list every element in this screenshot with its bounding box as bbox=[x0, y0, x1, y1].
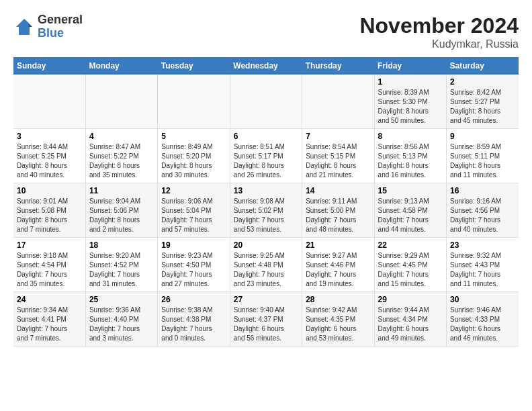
day-cell: 1Sunrise: 8:39 AM Sunset: 5:30 PM Daylig… bbox=[374, 75, 446, 129]
day-number: 20 bbox=[234, 240, 298, 250]
day-number: 5 bbox=[161, 132, 226, 141]
day-number: 15 bbox=[378, 186, 443, 195]
week-row-3: 10Sunrise: 9:01 AM Sunset: 5:08 PM Dayli… bbox=[13, 183, 519, 238]
day-cell: 7Sunrise: 8:54 AM Sunset: 5:15 PM Daylig… bbox=[302, 129, 374, 183]
month-title: November 2024 bbox=[359, 13, 519, 38]
week-row-1: 1Sunrise: 8:39 AM Sunset: 5:30 PM Daylig… bbox=[13, 75, 519, 129]
day-cell: 4Sunrise: 8:47 AM Sunset: 5:22 PM Daylig… bbox=[85, 129, 157, 183]
day-number: 29 bbox=[378, 295, 443, 304]
day-number: 25 bbox=[89, 295, 154, 304]
day-cell: 22Sunrise: 9:29 AM Sunset: 4:45 PM Dayli… bbox=[374, 238, 446, 292]
column-header-wednesday: Wednesday bbox=[230, 57, 302, 75]
day-info: Sunrise: 9:04 AM Sunset: 5:06 PM Dayligh… bbox=[89, 197, 154, 234]
day-info: Sunrise: 9:20 AM Sunset: 4:52 PM Dayligh… bbox=[89, 251, 154, 289]
day-info: Sunrise: 9:25 AM Sunset: 4:48 PM Dayligh… bbox=[234, 251, 298, 289]
day-number: 27 bbox=[234, 295, 298, 304]
day-info: Sunrise: 8:39 AM Sunset: 5:30 PM Dayligh… bbox=[378, 88, 443, 126]
week-row-2: 3Sunrise: 8:44 AM Sunset: 5:25 PM Daylig… bbox=[13, 129, 519, 183]
day-cell: 23Sunrise: 9:32 AM Sunset: 4:43 PM Dayli… bbox=[447, 238, 519, 292]
day-cell: 13Sunrise: 9:08 AM Sunset: 5:02 PM Dayli… bbox=[230, 183, 302, 238]
day-info: Sunrise: 9:40 AM Sunset: 4:37 PM Dayligh… bbox=[234, 306, 298, 343]
column-header-sunday: Sunday bbox=[13, 57, 85, 75]
day-info: Sunrise: 9:46 AM Sunset: 4:33 PM Dayligh… bbox=[450, 306, 515, 343]
day-cell bbox=[13, 75, 85, 129]
day-number: 12 bbox=[161, 186, 226, 195]
day-info: Sunrise: 8:47 AM Sunset: 5:22 PM Dayligh… bbox=[89, 142, 154, 180]
day-cell: 26Sunrise: 9:38 AM Sunset: 4:38 PM Dayli… bbox=[158, 292, 230, 347]
day-number: 21 bbox=[306, 240, 370, 250]
day-number: 6 bbox=[234, 132, 298, 141]
day-info: Sunrise: 9:38 AM Sunset: 4:38 PM Dayligh… bbox=[161, 306, 226, 343]
day-number: 23 bbox=[450, 240, 515, 250]
day-info: Sunrise: 8:59 AM Sunset: 5:11 PM Dayligh… bbox=[450, 142, 515, 180]
day-cell: 2Sunrise: 8:42 AM Sunset: 5:27 PM Daylig… bbox=[447, 75, 519, 129]
day-info: Sunrise: 8:56 AM Sunset: 5:13 PM Dayligh… bbox=[378, 142, 443, 180]
day-number: 4 bbox=[89, 132, 154, 141]
day-cell: 5Sunrise: 8:49 AM Sunset: 5:20 PM Daylig… bbox=[158, 129, 230, 183]
column-header-friday: Friday bbox=[374, 57, 446, 75]
day-info: Sunrise: 9:01 AM Sunset: 5:08 PM Dayligh… bbox=[17, 197, 82, 234]
day-cell: 28Sunrise: 9:42 AM Sunset: 4:35 PM Dayli… bbox=[302, 292, 374, 347]
day-info: Sunrise: 9:11 AM Sunset: 5:00 PM Dayligh… bbox=[306, 197, 370, 234]
day-number: 10 bbox=[17, 186, 82, 195]
title-block: November 2024 Kudymkar, Russia bbox=[359, 13, 519, 50]
day-info: Sunrise: 9:27 AM Sunset: 4:46 PM Dayligh… bbox=[306, 251, 370, 289]
day-cell: 16Sunrise: 9:16 AM Sunset: 4:56 PM Dayli… bbox=[447, 183, 519, 238]
day-cell: 19Sunrise: 9:23 AM Sunset: 4:50 PM Dayli… bbox=[158, 238, 230, 292]
day-number: 13 bbox=[234, 186, 298, 195]
day-number: 3 bbox=[17, 132, 82, 141]
day-info: Sunrise: 9:16 AM Sunset: 4:56 PM Dayligh… bbox=[450, 197, 515, 234]
day-info: Sunrise: 8:42 AM Sunset: 5:27 PM Dayligh… bbox=[450, 88, 515, 126]
day-cell: 25Sunrise: 9:36 AM Sunset: 4:40 PM Dayli… bbox=[85, 292, 157, 347]
day-info: Sunrise: 9:08 AM Sunset: 5:02 PM Dayligh… bbox=[234, 197, 298, 234]
column-header-saturday: Saturday bbox=[447, 57, 519, 75]
day-info: Sunrise: 9:36 AM Sunset: 4:40 PM Dayligh… bbox=[89, 306, 154, 343]
day-number: 28 bbox=[306, 295, 370, 304]
day-number: 26 bbox=[161, 295, 226, 304]
day-info: Sunrise: 8:51 AM Sunset: 5:17 PM Dayligh… bbox=[234, 142, 298, 180]
day-cell bbox=[85, 75, 157, 129]
day-cell bbox=[158, 75, 230, 129]
day-info: Sunrise: 9:29 AM Sunset: 4:45 PM Dayligh… bbox=[378, 251, 443, 289]
day-cell bbox=[230, 75, 302, 129]
day-cell: 18Sunrise: 9:20 AM Sunset: 4:52 PM Dayli… bbox=[85, 238, 157, 292]
week-row-4: 17Sunrise: 9:18 AM Sunset: 4:54 PM Dayli… bbox=[13, 238, 519, 292]
day-info: Sunrise: 8:54 AM Sunset: 5:15 PM Dayligh… bbox=[306, 142, 370, 180]
day-info: Sunrise: 9:44 AM Sunset: 4:34 PM Dayligh… bbox=[378, 306, 443, 343]
day-number: 8 bbox=[378, 132, 443, 141]
day-cell: 10Sunrise: 9:01 AM Sunset: 5:08 PM Dayli… bbox=[13, 183, 85, 238]
day-cell: 27Sunrise: 9:40 AM Sunset: 4:37 PM Dayli… bbox=[230, 292, 302, 347]
day-cell: 17Sunrise: 9:18 AM Sunset: 4:54 PM Dayli… bbox=[13, 238, 85, 292]
week-row-5: 24Sunrise: 9:34 AM Sunset: 4:41 PM Dayli… bbox=[13, 292, 519, 347]
day-cell: 21Sunrise: 9:27 AM Sunset: 4:46 PM Dayli… bbox=[302, 238, 374, 292]
day-number: 22 bbox=[378, 240, 443, 250]
day-info: Sunrise: 9:06 AM Sunset: 5:04 PM Dayligh… bbox=[161, 197, 226, 234]
day-info: Sunrise: 9:18 AM Sunset: 4:54 PM Dayligh… bbox=[17, 251, 82, 289]
logo-icon bbox=[13, 16, 35, 38]
day-cell: 11Sunrise: 9:04 AM Sunset: 5:06 PM Dayli… bbox=[85, 183, 157, 238]
page-header: General Blue November 2024 Kudymkar, Rus… bbox=[13, 13, 519, 50]
column-header-monday: Monday bbox=[85, 57, 157, 75]
day-cell: 9Sunrise: 8:59 AM Sunset: 5:11 PM Daylig… bbox=[447, 129, 519, 183]
day-number: 11 bbox=[89, 186, 154, 195]
day-cell: 15Sunrise: 9:13 AM Sunset: 4:58 PM Dayli… bbox=[374, 183, 446, 238]
day-info: Sunrise: 8:49 AM Sunset: 5:20 PM Dayligh… bbox=[161, 142, 226, 180]
location: Kudymkar, Russia bbox=[359, 38, 519, 50]
calendar-table: SundayMondayTuesdayWednesdayThursdayFrid… bbox=[13, 57, 519, 347]
day-cell: 30Sunrise: 9:46 AM Sunset: 4:33 PM Dayli… bbox=[447, 292, 519, 347]
day-number: 9 bbox=[450, 132, 515, 141]
day-cell: 29Sunrise: 9:44 AM Sunset: 4:34 PM Dayli… bbox=[374, 292, 446, 347]
day-number: 30 bbox=[450, 295, 515, 304]
logo-blue-text: Blue bbox=[38, 27, 83, 40]
day-cell bbox=[302, 75, 374, 129]
day-number: 16 bbox=[450, 186, 515, 195]
logo-general-text: General bbox=[38, 13, 83, 27]
day-cell: 6Sunrise: 8:51 AM Sunset: 5:17 PM Daylig… bbox=[230, 129, 302, 183]
day-number: 7 bbox=[306, 132, 370, 141]
day-number: 18 bbox=[89, 240, 154, 250]
day-cell: 12Sunrise: 9:06 AM Sunset: 5:04 PM Dayli… bbox=[158, 183, 230, 238]
day-cell: 3Sunrise: 8:44 AM Sunset: 5:25 PM Daylig… bbox=[13, 129, 85, 183]
logo: General Blue bbox=[13, 13, 83, 40]
column-header-thursday: Thursday bbox=[302, 57, 374, 75]
day-info: Sunrise: 9:13 AM Sunset: 4:58 PM Dayligh… bbox=[378, 197, 443, 234]
